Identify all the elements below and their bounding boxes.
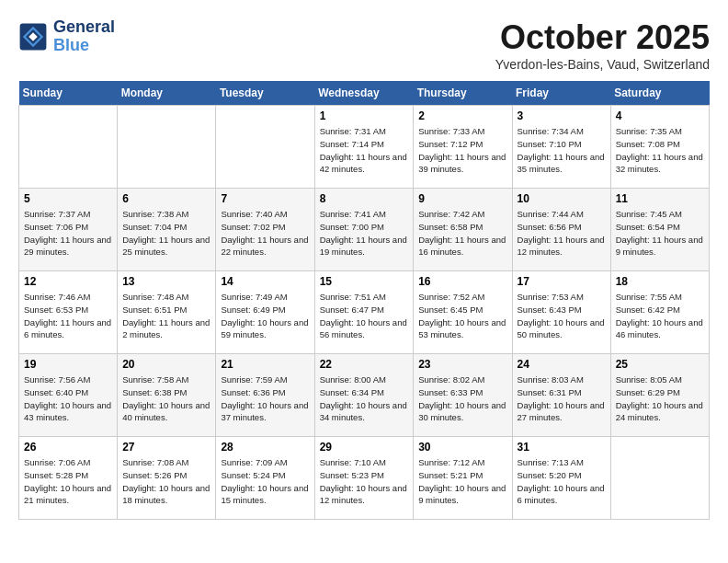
- cell-details: Sunrise: 8:00 AMSunset: 6:34 PMDaylight:…: [320, 373, 409, 424]
- calendar-cell: 2 Sunrise: 7:33 AMSunset: 7:12 PMDayligh…: [414, 106, 512, 189]
- cell-details: Sunrise: 7:37 AMSunset: 7:06 PMDaylight:…: [24, 208, 112, 259]
- logo-icon: [18, 22, 48, 52]
- day-number: 3: [518, 109, 606, 122]
- calendar-cell: 12 Sunrise: 7:46 AMSunset: 6:53 PMDaylig…: [19, 271, 118, 354]
- day-number: 2: [418, 109, 506, 122]
- day-number: 21: [221, 358, 309, 371]
- weekday-header: Thursday: [414, 81, 512, 106]
- month-title: October 2025: [495, 18, 710, 57]
- cell-details: Sunrise: 7:06 AMSunset: 5:28 PMDaylight:…: [24, 456, 112, 507]
- cell-details: Sunrise: 7:34 AMSunset: 7:10 PMDaylight:…: [518, 125, 606, 176]
- weekday-header: Tuesday: [216, 81, 314, 106]
- calendar-cell: 22 Sunrise: 8:00 AMSunset: 6:34 PMDaylig…: [314, 354, 414, 437]
- calendar-cell: 23 Sunrise: 8:02 AMSunset: 6:33 PMDaylig…: [414, 354, 512, 437]
- calendar-cell: 30 Sunrise: 7:12 AMSunset: 5:21 PMDaylig…: [414, 437, 512, 520]
- calendar-cell: 11 Sunrise: 7:45 AMSunset: 6:54 PMDaylig…: [610, 189, 709, 271]
- day-number: 24: [518, 358, 606, 371]
- calendar-week-row: 19 Sunrise: 7:56 AMSunset: 6:40 PMDaylig…: [19, 354, 710, 437]
- cell-details: Sunrise: 8:05 AMSunset: 6:29 PMDaylight:…: [616, 373, 704, 424]
- title-block: October 2025 Yverdon-les-Bains, Vaud, Sw…: [495, 18, 710, 72]
- page-header: General Blue October 2025 Yverdon-les-Ba…: [18, 18, 710, 72]
- calendar-cell: 25 Sunrise: 8:05 AMSunset: 6:29 PMDaylig…: [610, 354, 709, 437]
- calendar-cell: 17 Sunrise: 7:53 AMSunset: 6:43 PMDaylig…: [512, 271, 610, 354]
- day-number: 8: [320, 192, 409, 205]
- calendar-cell: 26 Sunrise: 7:06 AMSunset: 5:28 PMDaylig…: [19, 437, 118, 520]
- calendar-cell: 14 Sunrise: 7:49 AMSunset: 6:49 PMDaylig…: [216, 271, 314, 354]
- day-number: 22: [320, 358, 409, 371]
- day-number: 10: [518, 192, 606, 205]
- calendar-table: SundayMondayTuesdayWednesdayThursdayFrid…: [18, 81, 710, 520]
- day-number: 29: [320, 441, 409, 454]
- cell-details: Sunrise: 8:03 AMSunset: 6:31 PMDaylight:…: [518, 373, 606, 424]
- calendar-cell: 7 Sunrise: 7:40 AMSunset: 7:02 PMDayligh…: [216, 189, 314, 271]
- day-number: 15: [320, 275, 409, 288]
- cell-details: Sunrise: 7:09 AMSunset: 5:24 PMDaylight:…: [221, 456, 309, 507]
- day-number: 23: [418, 358, 506, 371]
- calendar-cell: 9 Sunrise: 7:42 AMSunset: 6:58 PMDayligh…: [414, 189, 512, 271]
- calendar-cell: 31 Sunrise: 7:13 AMSunset: 5:20 PMDaylig…: [512, 437, 610, 520]
- cell-details: Sunrise: 7:51 AMSunset: 6:47 PMDaylight:…: [320, 291, 409, 341]
- calendar-cell: 15 Sunrise: 7:51 AMSunset: 6:47 PMDaylig…: [314, 271, 414, 354]
- calendar-cell: 29 Sunrise: 7:10 AMSunset: 5:23 PMDaylig…: [314, 437, 414, 520]
- calendar-cell: 27 Sunrise: 7:08 AMSunset: 5:26 PMDaylig…: [118, 437, 216, 520]
- calendar-cell: 18 Sunrise: 7:55 AMSunset: 6:42 PMDaylig…: [610, 271, 709, 354]
- day-number: 30: [418, 441, 506, 454]
- day-number: 5: [24, 192, 112, 205]
- calendar-cell: 1 Sunrise: 7:31 AMSunset: 7:14 PMDayligh…: [314, 106, 414, 189]
- calendar-cell: 3 Sunrise: 7:34 AMSunset: 7:10 PMDayligh…: [512, 106, 610, 189]
- calendar-cell: 19 Sunrise: 7:56 AMSunset: 6:40 PMDaylig…: [19, 354, 118, 437]
- cell-details: Sunrise: 7:35 AMSunset: 7:08 PMDaylight:…: [616, 125, 704, 176]
- calendar-cell: [216, 106, 314, 189]
- calendar-cell: 16 Sunrise: 7:52 AMSunset: 6:45 PMDaylig…: [414, 271, 512, 354]
- calendar-cell: 21 Sunrise: 7:59 AMSunset: 6:36 PMDaylig…: [216, 354, 314, 437]
- calendar-cell: [19, 106, 118, 189]
- cell-details: Sunrise: 7:13 AMSunset: 5:20 PMDaylight:…: [518, 456, 606, 507]
- day-number: 6: [122, 192, 210, 205]
- location-subtitle: Yverdon-les-Bains, Vaud, Switzerland: [495, 57, 710, 72]
- calendar-cell: 8 Sunrise: 7:41 AMSunset: 7:00 PMDayligh…: [314, 189, 414, 271]
- day-number: 7: [221, 192, 309, 205]
- cell-details: Sunrise: 7:44 AMSunset: 6:56 PMDaylight:…: [518, 208, 606, 259]
- calendar-cell: 5 Sunrise: 7:37 AMSunset: 7:06 PMDayligh…: [19, 189, 118, 271]
- weekday-header: Sunday: [19, 81, 118, 106]
- day-number: 9: [418, 192, 506, 205]
- logo-text: General Blue: [53, 18, 115, 55]
- cell-details: Sunrise: 7:10 AMSunset: 5:23 PMDaylight:…: [320, 456, 409, 507]
- day-number: 31: [518, 441, 606, 454]
- calendar-week-row: 12 Sunrise: 7:46 AMSunset: 6:53 PMDaylig…: [19, 271, 710, 354]
- calendar-cell: 6 Sunrise: 7:38 AMSunset: 7:04 PMDayligh…: [118, 189, 216, 271]
- day-number: 16: [418, 275, 506, 288]
- day-number: 4: [616, 109, 704, 122]
- cell-details: Sunrise: 7:46 AMSunset: 6:53 PMDaylight:…: [24, 291, 112, 341]
- cell-details: Sunrise: 7:48 AMSunset: 6:51 PMDaylight:…: [122, 291, 210, 341]
- day-number: 1: [320, 109, 409, 122]
- cell-details: Sunrise: 7:33 AMSunset: 7:12 PMDaylight:…: [418, 125, 506, 176]
- calendar-week-row: 26 Sunrise: 7:06 AMSunset: 5:28 PMDaylig…: [19, 437, 710, 520]
- calendar-cell: 20 Sunrise: 7:58 AMSunset: 6:38 PMDaylig…: [118, 354, 216, 437]
- calendar-cell: [610, 437, 709, 520]
- calendar-cell: 13 Sunrise: 7:48 AMSunset: 6:51 PMDaylig…: [118, 271, 216, 354]
- cell-details: Sunrise: 7:31 AMSunset: 7:14 PMDaylight:…: [320, 125, 409, 176]
- calendar-week-row: 5 Sunrise: 7:37 AMSunset: 7:06 PMDayligh…: [19, 189, 710, 271]
- day-number: 25: [616, 358, 704, 371]
- weekday-header: Friday: [512, 81, 610, 106]
- calendar-cell: [118, 106, 216, 189]
- cell-details: Sunrise: 8:02 AMSunset: 6:33 PMDaylight:…: [418, 373, 506, 424]
- weekday-header: Monday: [118, 81, 216, 106]
- cell-details: Sunrise: 7:53 AMSunset: 6:43 PMDaylight:…: [518, 291, 606, 341]
- weekday-header: Saturday: [610, 81, 709, 106]
- day-number: 17: [518, 275, 606, 288]
- day-number: 27: [122, 441, 210, 454]
- cell-details: Sunrise: 7:41 AMSunset: 7:00 PMDaylight:…: [320, 208, 409, 259]
- cell-details: Sunrise: 7:40 AMSunset: 7:02 PMDaylight:…: [221, 208, 309, 259]
- cell-details: Sunrise: 7:59 AMSunset: 6:36 PMDaylight:…: [221, 373, 309, 424]
- logo: General Blue: [18, 18, 115, 55]
- cell-details: Sunrise: 7:52 AMSunset: 6:45 PMDaylight:…: [418, 291, 506, 341]
- cell-details: Sunrise: 7:12 AMSunset: 5:21 PMDaylight:…: [418, 456, 506, 507]
- cell-details: Sunrise: 7:08 AMSunset: 5:26 PMDaylight:…: [122, 456, 210, 507]
- cell-details: Sunrise: 7:45 AMSunset: 6:54 PMDaylight:…: [616, 208, 704, 259]
- day-number: 18: [616, 275, 704, 288]
- cell-details: Sunrise: 7:58 AMSunset: 6:38 PMDaylight:…: [122, 373, 210, 424]
- calendar-cell: 28 Sunrise: 7:09 AMSunset: 5:24 PMDaylig…: [216, 437, 314, 520]
- calendar-cell: 24 Sunrise: 8:03 AMSunset: 6:31 PMDaylig…: [512, 354, 610, 437]
